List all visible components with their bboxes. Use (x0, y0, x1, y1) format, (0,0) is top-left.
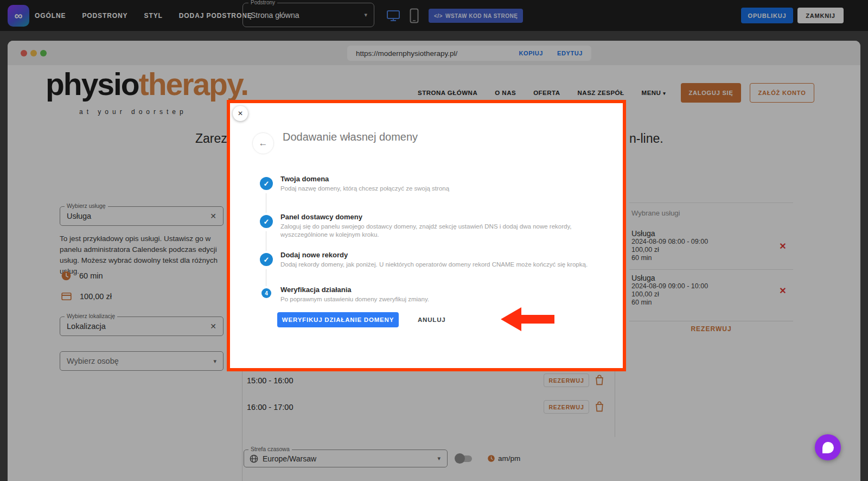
add-domain-modal: ✕ ← Dodawanie własnej domeny ✓ Twoja dom… (227, 100, 626, 371)
annotation-arrow-icon (500, 305, 554, 336)
step-title: Dodaj nowe rekordy (280, 251, 611, 260)
verify-domain-button[interactable]: WERYFIKUJ DZIAŁANIE DOMENY (277, 312, 399, 327)
step-4: Weryfikacja działania Po poprawnym ustaw… (280, 286, 611, 303)
step-desc: Po poprawnym ustawieniu domeny zweryfiku… (280, 295, 611, 303)
cancel-button[interactable]: ANULUJ (411, 312, 452, 327)
step-1: Twoja domena Podaj nazwę domeny, którą c… (280, 175, 611, 193)
close-icon: ✕ (238, 110, 243, 117)
back-button[interactable]: ← (252, 132, 274, 154)
step-2: Panel dostawcy domeny Zaloguj się do pan… (280, 213, 611, 239)
step-3-check-icon: ✓ (260, 253, 273, 266)
back-arrow-icon: ← (259, 138, 268, 149)
step-desc: Podaj nazwę domeny, którą chcesz połączy… (280, 185, 611, 193)
step-1-check-icon: ✓ (260, 177, 273, 190)
step-connector (266, 269, 266, 286)
close-modal-button[interactable]: ✕ (233, 106, 248, 121)
step-connector (266, 193, 266, 213)
step-title: Panel dostawcy domeny (280, 213, 611, 221)
step-desc: Dodaj rekordy domeny, jak poniżej. U nie… (280, 261, 611, 269)
step-2-check-icon: ✓ (260, 215, 273, 228)
step-desc: Zaloguj się do panelu swojego dostawcy d… (280, 223, 611, 239)
chat-widget-button[interactable] (815, 434, 841, 460)
chat-bubble-icon (822, 442, 834, 453)
step-title: Twoja domena (280, 175, 611, 183)
step-3: Dodaj nowe rekordy Dodaj rekordy domeny,… (280, 251, 611, 269)
step-4-number-icon: 4 (261, 288, 271, 298)
modal-title: Dodawanie własnej domeny (283, 131, 418, 143)
step-connector (266, 231, 266, 251)
step-title: Weryfikacja działania (280, 286, 611, 294)
